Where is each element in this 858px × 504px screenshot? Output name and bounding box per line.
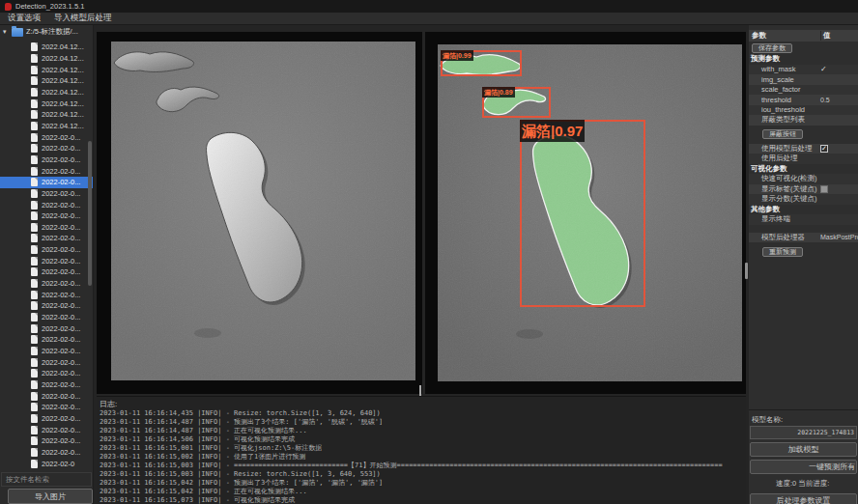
tree-file-item[interactable]: 2022.04.12... xyxy=(0,98,94,109)
tree-file-item[interactable]: 2022-02-0... xyxy=(0,300,94,312)
param-row[interactable]: iou_threshold xyxy=(749,105,858,116)
predict-all-button[interactable]: 一键预测所有 xyxy=(750,460,857,474)
file-icon xyxy=(31,358,38,367)
param-label: threshold xyxy=(749,96,791,104)
tree-file-item[interactable]: 2022-02-0... xyxy=(0,424,94,435)
model-name-field[interactable]: 20221225_174813 xyxy=(750,426,857,439)
log-lines: 2023-01-11 16:16:14,435 |INFO| - Resize:… xyxy=(100,409,746,504)
param-action-button[interactable]: 屏蔽按钮 xyxy=(762,129,803,139)
tree-file-item[interactable]: 2022-02-0... xyxy=(0,289,94,300)
tree-file-item[interactable]: 2022-02-0... xyxy=(0,435,94,447)
tree-file-item[interactable]: 2022-02-0... xyxy=(0,447,94,459)
menu-import-postprocess[interactable]: 导入模型后处理 xyxy=(54,13,112,24)
param-row[interactable]: 显示终端 xyxy=(749,214,858,225)
save-params-button[interactable]: 保存参数 xyxy=(752,43,792,53)
file-icon xyxy=(31,426,38,434)
file-icon xyxy=(31,392,38,401)
annotated-photo[interactable]: 漏箔|0.99漏箔|0.89漏箔|0.97 xyxy=(438,44,742,381)
tree-file-item[interactable]: 2022-02-0... xyxy=(0,177,94,188)
load-model-button[interactable]: 加载模型 xyxy=(750,442,857,457)
chevron-down-icon[interactable]: ▾ xyxy=(3,28,9,36)
tree-root-label: Z:/5-标注数据/... xyxy=(26,27,78,37)
window-title: Detection_2023.1.5.1 xyxy=(15,2,84,11)
file-icon xyxy=(31,189,38,198)
log-line: 2023-01-11 16:16:15,042 |INFO| - 正在可视化预测… xyxy=(100,488,746,496)
param-row[interactable]: 模型后处理器MaskPostPro xyxy=(749,233,858,243)
file-icon xyxy=(31,369,38,378)
tree-file-item[interactable]: 2022.04.12... xyxy=(0,87,94,98)
tree-file-item[interactable]: 2022-02-0... xyxy=(0,312,94,323)
import-images-button[interactable]: 导入图片 xyxy=(8,489,93,504)
file-icon xyxy=(31,110,38,119)
tree-file-item[interactable]: 2022-02-0... xyxy=(0,199,94,210)
param-row[interactable]: img_scale xyxy=(749,74,858,85)
tree-file-label: 2022-02-0... xyxy=(42,301,80,310)
tree-file-item[interactable]: 2022-02-0... xyxy=(0,390,94,402)
parameters-panel: 参数 值 保存参数 预测参数with_mask✓img_scalescale_f… xyxy=(749,25,858,504)
params-header-name: 参数 xyxy=(749,31,766,41)
params-section-header: 其他参数 xyxy=(749,205,858,215)
tree-file-item[interactable]: 2022-02-0... xyxy=(0,334,94,346)
tree-file-item[interactable]: 2022-02-0... xyxy=(0,188,94,200)
checkbox-unchecked-icon[interactable] xyxy=(820,185,828,193)
param-row[interactable]: threshold0.5 xyxy=(749,95,858,105)
param-row[interactable]: with_mask✓ xyxy=(749,65,858,75)
tree-file-item[interactable]: 2022.04.12... xyxy=(0,42,94,53)
tree-file-item[interactable]: 2022-02-0... xyxy=(0,266,94,278)
tree-root-folder[interactable]: ▾ Z:/5-标注数据/... xyxy=(0,25,93,39)
tree-file-item[interactable]: 2022-02-0... xyxy=(0,154,94,166)
tree-file-item[interactable]: 2022-02-0... xyxy=(0,346,94,357)
tree-file-item[interactable]: 2022.04.12... xyxy=(0,109,94,121)
tree-file-label: 2022-02-0... xyxy=(42,234,80,242)
param-action-button[interactable]: 重新预测 xyxy=(762,247,803,257)
tree-file-item[interactable]: 2022.04.12... xyxy=(0,75,94,87)
file-icon xyxy=(31,178,38,186)
menu-settings[interactable]: 设置选项 xyxy=(8,13,41,24)
tree-file-item[interactable]: 2022-02-0... xyxy=(0,165,94,177)
raw-image-panel xyxy=(97,32,422,394)
param-row[interactable]: 快速可视化(检测) xyxy=(749,174,858,184)
param-row[interactable]: 显示标签(关键点) xyxy=(749,184,858,195)
tree-file-item[interactable]: 2022-02-0... xyxy=(0,143,94,154)
tree-file-item[interactable]: 2022-02-0... xyxy=(0,356,94,368)
tree-file-item[interactable]: 2022-02-0... xyxy=(0,379,94,391)
tree-file-item[interactable]: 2022-02-0... xyxy=(0,233,94,244)
tree-file-item[interactable]: 2022.04.12... xyxy=(0,64,94,75)
tree-file-label: 2022-02-0... xyxy=(42,324,80,333)
tree-file-item[interactable]: 2022-02-0... xyxy=(0,255,94,266)
tree-file-item[interactable]: 2022-02-0... xyxy=(0,278,94,290)
postprocess-settings-button[interactable]: 后处理参数设置 xyxy=(750,493,857,504)
tree-file-label: 2022-02-0... xyxy=(42,403,80,411)
tree-file-item[interactable]: 2022-02-0... xyxy=(0,413,94,425)
tree-file-item[interactable]: 2022-02-0... xyxy=(0,244,94,256)
tree-file-item[interactable]: 2022-02-0... xyxy=(0,322,94,334)
search-input[interactable]: 按文件名检索 xyxy=(1,472,92,487)
param-label: 屏蔽类型列表 xyxy=(749,115,805,125)
tree-file-item[interactable]: 2022-02-0... xyxy=(0,210,94,222)
param-row[interactable]: 显示分数(关键点) xyxy=(749,194,858,205)
param-row[interactable]: 使用后处理 xyxy=(749,154,858,164)
param-value: 0.5 xyxy=(820,97,830,103)
tree-file-item[interactable]: 2022-02-0 xyxy=(0,458,94,469)
tree-file-label: 2022-02-0... xyxy=(42,257,80,266)
file-icon xyxy=(31,313,38,322)
params-button-row: 重新预测 xyxy=(749,242,858,261)
param-row[interactable]: 使用模型后处理✓ xyxy=(749,144,858,154)
image-panel-scrollbar[interactable] xyxy=(745,263,748,279)
tree-file-item[interactable]: 2022.04.12... xyxy=(0,53,94,65)
tree-file-label: 2022-02-0... xyxy=(42,414,80,423)
checkbox-checked-icon[interactable]: ✓ xyxy=(820,145,828,153)
param-row[interactable]: scale_factor xyxy=(749,85,858,96)
sidebar-scrollbar[interactable] xyxy=(88,141,92,286)
tree-file-item[interactable]: 2022-02-0... xyxy=(0,368,94,379)
file-icon xyxy=(31,436,38,445)
tree-file-label: 2022-02-0... xyxy=(42,201,80,210)
params-section-header: 可视化参数 xyxy=(749,164,858,175)
raw-photo[interactable] xyxy=(111,42,415,380)
param-row[interactable]: 屏蔽类型列表 xyxy=(749,115,858,126)
tree-file-item[interactable]: 2022.04.12... xyxy=(0,121,94,132)
tree-file-item[interactable]: 2022-02-0... xyxy=(0,131,94,143)
check-icon: ✓ xyxy=(820,65,827,73)
tree-file-item[interactable]: 2022-02-0... xyxy=(0,402,94,413)
tree-file-item[interactable]: 2022-02-0... xyxy=(0,222,94,234)
